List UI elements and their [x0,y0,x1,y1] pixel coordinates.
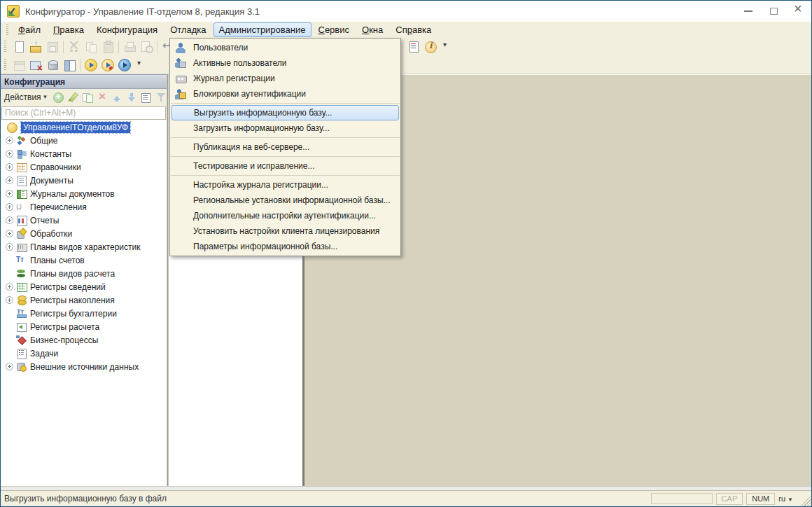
close-button[interactable] [786,1,811,22]
sort-button[interactable] [139,90,154,104]
search-input[interactable] [1,106,166,120]
tree-item-catalogs[interactable]: Справочники [1,160,167,174]
admin-menu-item-auth-settings[interactable]: Дополнительные настройки аутентификации.… [170,208,400,223]
tree-item-chart-chars[interactable]: Планы видов характеристик [1,240,167,254]
tree-item-root[interactable]: УправлениеITОтделом8УФ [1,120,167,134]
clone-button[interactable] [80,90,95,104]
move-up-icon [111,91,123,104]
admin-menu-item-unload-infobase[interactable]: Выгрузить информационную базу... [172,105,399,120]
admin-menu-item-web-publish[interactable]: Публикация на веб-сервере... [170,139,400,155]
delete-button[interactable] [95,90,110,104]
expand-plus-icon[interactable] [6,190,13,197]
tree-item-enums[interactable]: Перечисления [1,200,167,214]
menu-help[interactable]: Справка [390,22,437,37]
toolbar-grip[interactable] [6,24,8,35]
tree-item-busproc[interactable]: Бизнес-процессы [1,333,167,347]
admin-menu-item-load-infobase[interactable]: Загрузить информационную базу... [170,120,400,136]
tree-item-tasks[interactable]: Задачи [1,347,167,360]
language-selector[interactable]: ru▼ [778,494,793,503]
menu-configuration[interactable]: Конфигурация [91,22,163,37]
more-arrow-button[interactable] [133,57,150,74]
tree-item-common[interactable]: Общие [1,134,167,147]
menu-debug[interactable]: Отладка [164,22,211,37]
tree-item-label: Регистры расчета [30,322,99,332]
admin-menu-item-licensing-settings[interactable]: Установить настройки клиента лицензирова… [170,223,400,239]
tree-item-acctreg[interactable]: Регистры бухгалтерии [1,307,167,320]
actions-button[interactable]: Действия [4,92,41,102]
expand-plus-icon[interactable] [6,363,13,370]
expand-plus-icon[interactable] [6,296,13,304]
expand-plus-icon[interactable] [6,150,13,158]
expand-plus-icon[interactable] [6,243,13,251]
web-client-button[interactable] [116,57,133,74]
save-button[interactable] [44,39,61,55]
tree-item-journals[interactable]: Журналы документов [1,187,167,200]
window-button[interactable] [10,57,27,74]
tree-item-label: Справочники [30,162,81,172]
app-icon [7,5,20,18]
menu-edit[interactable]: Правка [48,22,90,37]
tree-item-reports[interactable]: Отчеты [1,214,167,227]
expand-plus-icon[interactable] [6,137,13,144]
user-icon [175,42,186,53]
admin-menu-item-users[interactable]: Пользователи [170,40,400,55]
toolbar-grip[interactable] [4,41,6,53]
syntax-check-button[interactable] [405,39,422,55]
admin-menu-item-eventlog-settings[interactable]: Настройка журнала регистрации... [170,177,400,193]
form-button[interactable] [61,57,78,74]
add-button[interactable] [51,90,66,104]
tree-item-chart-calc[interactable]: Планы видов расчета [1,267,167,280]
tree-item-calcreg[interactable]: Регистры расчета [1,320,167,333]
copy-button[interactable] [83,39,99,55]
root-icon [7,122,18,132]
open-folder-button[interactable] [27,39,44,55]
tree-item-extsrc[interactable]: Внешние источники данных [1,360,167,373]
more-arrow-button[interactable] [439,39,456,55]
start-debug-button[interactable] [83,57,99,74]
menu-service[interactable]: Сервис [313,22,356,37]
expand-plus-icon[interactable] [6,216,13,224]
cut-button[interactable] [66,39,83,55]
new-doc-button[interactable] [10,39,27,55]
tree-item-chart-accounts[interactable]: Планы счетов [1,254,167,267]
edit-icon [66,91,79,104]
expand-plus-icon[interactable] [6,163,13,171]
resize-grip[interactable] [800,496,811,506]
tree-item-processing[interactable]: Обработки [1,227,167,240]
menu-icon-cell [170,73,191,84]
print-button[interactable] [121,39,138,55]
tree-item-accumreg[interactable]: Регистры накопления [1,293,167,307]
calcreg-icon [16,321,27,332]
menu-file[interactable]: Файл [13,22,46,37]
tree-item-documents[interactable]: Документы [1,174,167,187]
minimize-button[interactable] [736,1,761,22]
menu-item-label: Региональные установки информационной ба… [191,195,391,205]
move-down-button[interactable] [125,90,139,104]
expand-plus-icon[interactable] [6,230,13,237]
admin-menu-item-test-repair[interactable]: Тестирование и исправление... [170,158,400,174]
expand-plus-icon[interactable] [6,283,13,291]
database-button[interactable] [44,57,61,74]
print-preview-button[interactable] [138,39,155,55]
close-window-button[interactable] [27,57,44,74]
window-title: Конфигуратор - Управление IT-отделом 8, … [25,6,736,17]
move-up-button[interactable] [110,90,125,104]
admin-menu-item-active-users[interactable]: Активные пользователи [170,55,400,71]
menu-separator [171,156,400,157]
admin-menu-item-infobase-params[interactable]: Параметры информационной базы... [170,239,400,254]
edit-button[interactable] [66,90,80,104]
client-debug-button[interactable] [99,57,116,74]
expand-plus-icon[interactable] [6,203,13,211]
menu-administration[interactable]: Администрирование [214,22,312,37]
paste-button[interactable] [99,39,116,55]
admin-menu-item-auth-locks[interactable]: Блокировки аутентификации [170,86,400,102]
admin-menu-item-event-log[interactable]: Журнал регистрации [170,71,400,86]
tree-item-constants[interactable]: Константы [1,147,167,160]
tree-item-inforeg[interactable]: Регистры сведений [1,280,167,293]
info-button[interactable] [422,39,439,55]
admin-menu-item-regional-settings[interactable]: Региональные установки информационной ба… [170,193,400,208]
expand-plus-icon[interactable] [6,176,13,184]
toolbar-grip[interactable] [4,59,6,71]
menu-windows[interactable]: Окна [356,22,388,37]
maximize-button[interactable] [761,1,786,22]
